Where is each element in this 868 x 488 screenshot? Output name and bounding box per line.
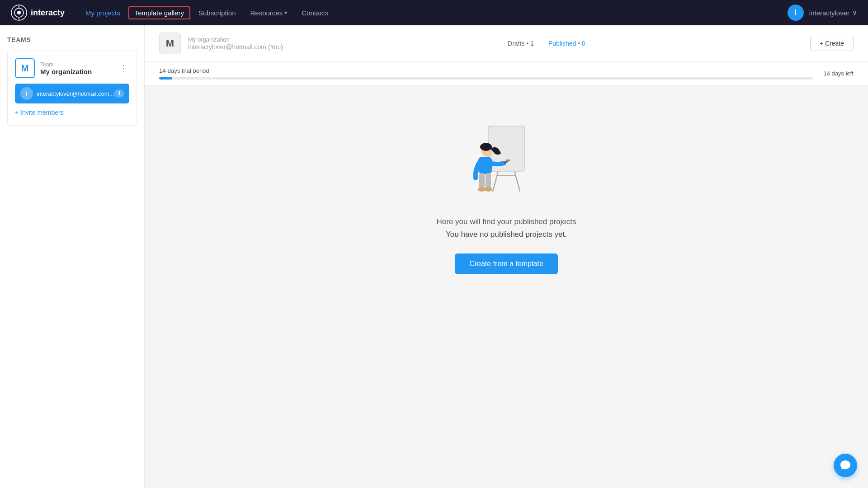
member-email: interactylover@hotmail.com... <box>37 90 114 97</box>
org-header: M My organization interactylover@hotmail… <box>145 25 868 62</box>
chevron-down-icon: ▾ <box>284 9 287 16</box>
team-name: My organization <box>40 68 92 75</box>
nav-subscription[interactable]: Subscription <box>192 6 242 19</box>
nav-links: My projects Template gallery Subscriptio… <box>79 6 788 19</box>
org-name: My organization <box>188 36 283 43</box>
empty-state-title: Here you will find your published projec… <box>437 217 576 226</box>
svg-rect-13 <box>506 160 510 161</box>
nav-resources[interactable]: Resources ▾ <box>244 6 294 19</box>
team-card: M Team My organization ⋮ I interactylove… <box>7 51 137 126</box>
nav-my-projects[interactable]: My projects <box>79 6 127 19</box>
drafts-stat: Drafts • 1 <box>508 40 534 47</box>
trial-bar: 14-days trial period 14 days left <box>145 62 868 85</box>
logo-text: interacty <box>31 8 65 18</box>
empty-state-subtitle: You have no published projects yet. <box>446 230 567 239</box>
sidebar: Teams M Team My organization ⋮ I interac… <box>0 25 145 488</box>
chat-icon <box>840 460 851 471</box>
nav-contacts[interactable]: Contacts <box>295 6 335 19</box>
team-menu-button[interactable]: ⋮ <box>118 63 129 74</box>
svg-rect-14 <box>479 173 485 189</box>
sidebar-title: Teams <box>7 36 137 43</box>
empty-illustration <box>461 113 552 203</box>
nav-user-area: I interactylover ∨ <box>788 5 857 21</box>
trial-progress-fill <box>159 77 172 80</box>
dots-icon: ⋮ <box>119 64 129 73</box>
main-content: M My organization interactylover@hotmail… <box>145 25 868 488</box>
member-item[interactable]: I interactylover@hotmail.com... 1 <box>15 84 129 103</box>
user-avatar-nav: I <box>788 5 804 21</box>
create-from-template-button[interactable]: Create from a template <box>455 253 558 274</box>
svg-point-10 <box>480 143 492 151</box>
org-email: interactylover@hotmail.com (You) <box>188 43 283 51</box>
team-label: Team <box>40 61 92 68</box>
team-avatar: M <box>15 58 35 78</box>
svg-point-17 <box>484 187 492 192</box>
member-avatar: I <box>20 87 33 100</box>
chat-fab-button[interactable] <box>834 454 857 477</box>
navbar: interacty My projects Template gallery S… <box>0 0 868 25</box>
org-avatar: M <box>159 33 181 54</box>
org-stats: Drafts • 1 Published • 0 <box>508 40 585 47</box>
svg-rect-15 <box>486 173 491 189</box>
nav-template-gallery[interactable]: Template gallery <box>128 6 190 19</box>
invite-members-button[interactable]: + Invite members <box>15 107 129 118</box>
trial-progress-bar <box>159 77 813 80</box>
empty-state: Here you will find your published projec… <box>145 85 868 301</box>
create-button[interactable]: + Create <box>810 36 854 51</box>
published-link[interactable]: Published • 0 <box>548 40 585 47</box>
main-layout: Teams M Team My organization ⋮ I interac… <box>0 25 868 488</box>
svg-point-2 <box>17 11 21 14</box>
published-stat: Published • 0 <box>548 40 585 47</box>
app-logo[interactable]: interacty <box>11 5 65 21</box>
team-header: M Team My organization ⋮ <box>15 58 129 78</box>
member-count: 1 <box>114 89 124 98</box>
chevron-down-icon-user: ∨ <box>852 9 857 17</box>
user-name-nav[interactable]: interactylover ∨ <box>809 9 857 17</box>
trial-label: 14-days trial period <box>159 67 813 74</box>
trial-days-left: 14 days left <box>824 70 854 77</box>
